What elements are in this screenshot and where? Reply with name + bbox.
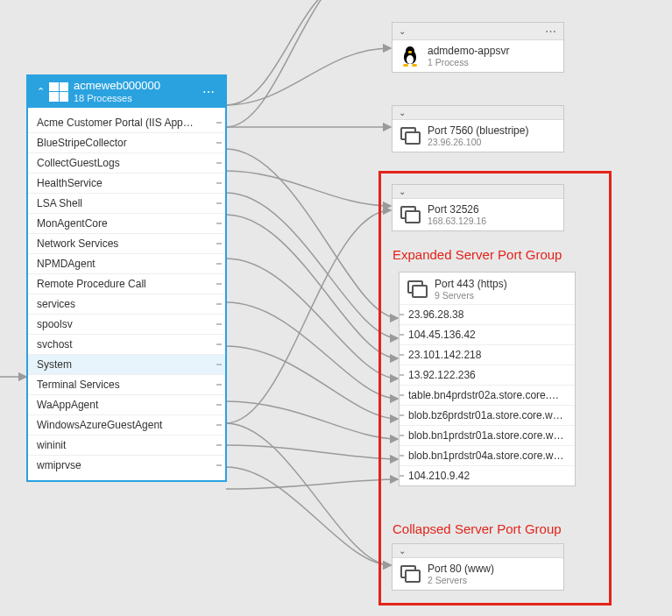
process-row[interactable]: Remote Procedure Call	[28, 274, 225, 294]
port-32526-card[interactable]: ⌄ Port 32526 168.63.129.16	[392, 184, 564, 231]
process-row[interactable]: BlueStripeCollector	[28, 133, 225, 153]
process-row[interactable]: spoolsv	[28, 315, 225, 335]
source-server-panel[interactable]: ⌃ acmeweb000000 18 Processes ⋯ Acme Cust…	[26, 74, 227, 482]
card-title: admdemo-appsvr	[428, 45, 509, 57]
expanded-group-label: Expanded Server Port Group	[393, 247, 562, 262]
server-row[interactable]: blob.bz6prdstr01a.store.core.w…	[400, 405, 575, 425]
server-row[interactable]: blob.bn1prdstr04a.store.core.w…	[400, 445, 575, 465]
server-row[interactable]: 13.92.122.236	[400, 365, 575, 385]
process-row[interactable]: Network Services	[28, 234, 225, 254]
server-row[interactable]: 104.210.9.42	[400, 465, 575, 485]
process-row[interactable]: NPMDAgent	[28, 254, 225, 274]
server-row[interactable]: 23.101.142.218	[400, 344, 575, 365]
process-row[interactable]: System	[28, 355, 225, 375]
windows-icon	[49, 82, 68, 102]
card-title: Port 32526	[428, 203, 486, 216]
process-row[interactable]: LSA Shell	[28, 194, 225, 214]
servers-icon	[400, 563, 421, 584]
process-row[interactable]: Terminal Services	[28, 375, 225, 395]
more-icon[interactable]: ⋯	[545, 25, 560, 38]
process-row[interactable]: services	[28, 294, 225, 315]
process-row[interactable]: WindowsAzureGuestAgent	[28, 415, 225, 435]
process-row[interactable]: CollectGuestLogs	[28, 153, 225, 173]
chevron-down-icon[interactable]: ⌄	[396, 187, 408, 196]
process-row[interactable]: wininit	[28, 435, 225, 456]
chevron-up-icon: ⌃	[33, 86, 47, 97]
port-443-header[interactable]: Port 443 (https) 9 Servers	[400, 273, 575, 304]
servers-icon	[400, 125, 421, 146]
card-subtitle: 1 Process	[428, 57, 509, 67]
port-80-card[interactable]: ⌄ Port 80 (www) 2 Servers	[392, 543, 564, 591]
process-row[interactable]: HealthService	[28, 173, 225, 194]
collapsed-group-label: Collapsed Server Port Group	[393, 521, 562, 536]
port-7560-card[interactable]: ⌄ Port 7560 (bluestripe) 23.96.26.100	[392, 105, 564, 152]
port-443-server-list: 23.96.28.38104.45.136.4223.101.142.21813…	[400, 304, 575, 485]
process-list: Acme Customer Portal (IIS App…BlueStripe…	[28, 108, 225, 480]
server-row[interactable]: blob.bn1prdstr01a.store.core.w…	[400, 425, 575, 445]
servers-icon	[407, 279, 428, 300]
server-row[interactable]: table.bn4prdstr02a.store.core.…	[400, 385, 575, 405]
source-server-name: acmeweb000000	[74, 80, 199, 93]
more-icon[interactable]: ⋯	[199, 85, 220, 99]
card-title: Port 7560 (bluestripe)	[428, 124, 528, 137]
server-row[interactable]: 104.45.136.42	[400, 324, 575, 344]
card-title: Port 80 (www)	[428, 563, 494, 575]
process-row[interactable]: MonAgentCore	[28, 214, 225, 234]
chevron-down-icon[interactable]: ⌄	[396, 108, 408, 117]
card-subtitle: 23.96.26.100	[428, 137, 528, 147]
group-title: Port 443 (https)	[435, 278, 507, 290]
process-row[interactable]: svchost	[28, 335, 225, 355]
source-server-subtitle: 18 Processes	[74, 93, 199, 104]
chevron-down-icon[interactable]: ⌄	[396, 546, 408, 556]
group-subtitle: 9 Servers	[435, 290, 507, 301]
linux-server-card[interactable]: ⌄⋯ admdemo-appsvr 1 Process	[392, 22, 564, 73]
servers-icon	[400, 204, 421, 225]
process-row[interactable]: WaAppAgent	[28, 395, 225, 415]
process-row[interactable]: Acme Customer Portal (IIS App…	[28, 113, 225, 133]
server-row[interactable]: 23.96.28.38	[400, 304, 575, 324]
source-panel-header[interactable]: ⌃ acmeweb000000 18 Processes ⋯	[28, 76, 225, 108]
linux-icon	[400, 46, 421, 67]
chevron-down-icon[interactable]: ⌄	[396, 26, 408, 36]
card-subtitle: 2 Servers	[428, 575, 494, 585]
card-subtitle: 168.63.129.16	[428, 216, 486, 226]
port-443-group[interactable]: Port 443 (https) 9 Servers 23.96.28.3810…	[399, 272, 576, 486]
process-row[interactable]: wmiprvse	[28, 456, 225, 475]
